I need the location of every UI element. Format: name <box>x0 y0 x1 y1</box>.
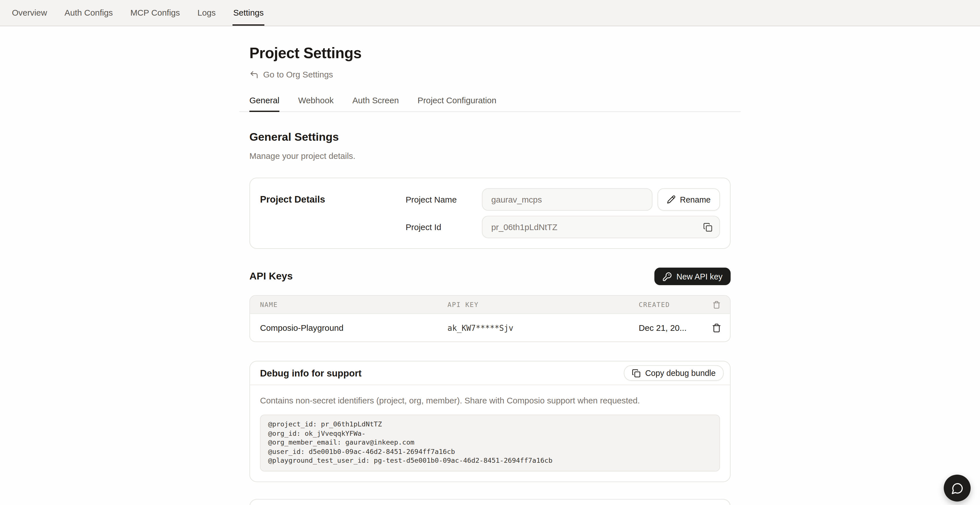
column-name: NAME <box>250 301 447 308</box>
top-navigation: Overview Auth Configs MCP Configs Logs S… <box>0 0 980 26</box>
key-icon <box>663 272 672 281</box>
debug-card-title: Debug info for support <box>260 368 361 378</box>
copy-icon <box>703 222 712 232</box>
tab-webhook[interactable]: Webhook <box>298 96 334 111</box>
tab-project-configuration[interactable]: Project Configuration <box>418 96 496 111</box>
back-link-label: Go to Org Settings <box>263 70 333 80</box>
rename-button[interactable]: Rename <box>657 188 720 210</box>
next-section-card <box>249 499 730 505</box>
settings-subtabs: General Webhook Auth Screen Project Conf… <box>239 96 741 112</box>
api-keys-heading: API Keys <box>249 271 293 282</box>
project-details-form: Project Name gaurav_mcps Rename Project … <box>406 188 720 238</box>
api-key-name: Composio-Playground <box>250 323 447 332</box>
project-id-input: pr_06th1pLdNtTZ <box>482 216 720 238</box>
api-keys-table: NAME API KEY CREATED Composio-Playground… <box>249 295 730 342</box>
copy-debug-bundle-label: Copy debug bundle <box>645 368 716 378</box>
tab-auth-screen[interactable]: Auth Screen <box>352 96 399 111</box>
tab-general[interactable]: General <box>249 96 279 111</box>
debug-code-block: @project_id: pr_06th1pLdNtTZ @org_id: ok… <box>260 414 720 472</box>
page-title: Project Settings <box>249 44 730 62</box>
debug-info-card: Debug info for support Copy debug bundle… <box>249 361 730 482</box>
nav-tab-settings[interactable]: Settings <box>232 0 264 25</box>
chat-bubble-icon <box>951 482 964 494</box>
project-id-input-wrap: pr_06th1pLdNtTZ <box>482 216 720 238</box>
delete-api-key-button[interactable] <box>702 323 730 332</box>
project-settings-page: Overview Auth Configs MCP Configs Logs S… <box>0 0 980 505</box>
content-column: Project Settings Go to Org Settings Gene… <box>239 26 741 505</box>
debug-card-body: Contains non-secret identifiers (project… <box>250 385 730 481</box>
nav-tab-auth-configs[interactable]: Auth Configs <box>64 0 113 25</box>
nav-tab-logs[interactable]: Logs <box>197 0 216 25</box>
new-api-key-button[interactable]: New API key <box>654 268 730 285</box>
copy-project-id-button[interactable] <box>701 221 714 233</box>
project-name-input-wrap: gaurav_mcps <box>482 188 652 210</box>
project-name-input[interactable]: gaurav_mcps <box>482 188 652 210</box>
general-settings-subheading: Manage your project details. <box>249 151 730 161</box>
project-id-label: Project Id <box>406 222 482 232</box>
api-key-value: ak_KW7*****Sjv <box>447 323 639 332</box>
new-api-key-label: New API key <box>676 272 722 281</box>
copy-debug-bundle-button[interactable]: Copy debug bundle <box>624 365 724 381</box>
debug-description: Contains non-secret identifiers (project… <box>260 395 720 406</box>
project-id-row: Project Id pr_06th1pLdNtTZ <box>406 216 720 238</box>
corner-up-left-icon <box>249 70 259 80</box>
column-api-key: API KEY <box>447 301 639 308</box>
api-key-row: Composio-Playground ak_KW7*****Sjv Dec 2… <box>250 313 730 341</box>
project-name-label: Project Name <box>406 195 482 204</box>
code-line: @project_id: pr_06th1pLdNtTZ <box>268 420 382 429</box>
nav-tab-overview[interactable]: Overview <box>11 0 48 25</box>
project-details-title: Project Details <box>260 188 406 238</box>
code-line: @user_id: d5e001b0-09ac-46d2-8451-2694ff… <box>268 448 455 456</box>
api-keys-table-header: NAME API KEY CREATED <box>250 296 730 314</box>
code-line: @org_member_email: gaurav@inkeep.com <box>268 438 415 446</box>
pencil-icon <box>667 195 675 204</box>
api-keys-header: API Keys New API key <box>249 268 730 285</box>
debug-card-header: Debug info for support Copy debug bundle <box>250 362 730 385</box>
chat-widget-button[interactable] <box>944 475 970 502</box>
api-key-created: Dec 21, 20... <box>639 323 703 332</box>
project-details-card: Project Details Project Name gaurav_mcps… <box>249 178 730 249</box>
column-delete <box>702 300 730 309</box>
code-line: @playground_test_user_id: pg-test-d5e001… <box>268 457 553 465</box>
trash-icon <box>712 300 721 309</box>
column-created: CREATED <box>639 301 703 308</box>
rename-button-label: Rename <box>680 195 711 204</box>
nav-tab-mcp-configs[interactable]: MCP Configs <box>130 0 180 25</box>
project-name-row: Project Name gaurav_mcps Rename <box>406 188 720 210</box>
copy-icon <box>632 368 641 378</box>
general-settings-heading: General Settings <box>249 129 730 144</box>
trash-icon <box>711 323 721 332</box>
code-line: @org_id: ok_jVveqqkYFWa- <box>268 429 366 438</box>
go-to-org-settings-link[interactable]: Go to Org Settings <box>249 70 333 80</box>
